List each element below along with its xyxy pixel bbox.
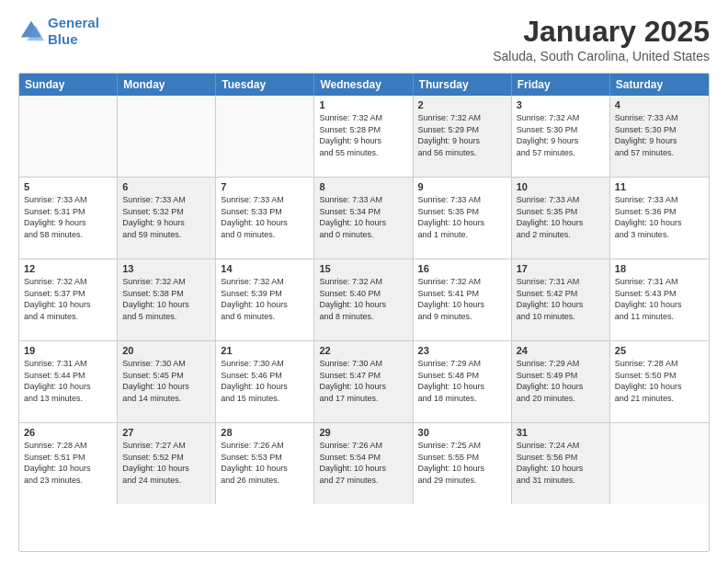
cal-cell-day-23: 23Sunrise: 7:29 AM Sunset: 5:48 PM Dayli…	[414, 341, 512, 422]
cal-cell-day-30: 30Sunrise: 7:25 AM Sunset: 5:55 PM Dayli…	[414, 423, 512, 504]
cell-info: Sunrise: 7:33 AM Sunset: 5:31 PM Dayligh…	[24, 194, 112, 240]
day-number: 1	[319, 99, 407, 110]
cell-info: Sunrise: 7:24 AM Sunset: 5:56 PM Dayligh…	[517, 440, 605, 486]
cal-cell-day-15: 15Sunrise: 7:32 AM Sunset: 5:40 PM Dayli…	[314, 259, 413, 340]
header: General Blue January 2025 Saluda, South …	[18, 15, 710, 63]
cell-info: Sunrise: 7:33 AM Sunset: 5:35 PM Dayligh…	[418, 194, 506, 240]
cal-cell-day-29: 29Sunrise: 7:26 AM Sunset: 5:54 PM Dayli…	[314, 423, 413, 504]
day-number: 15	[319, 263, 407, 274]
day-number: 27	[122, 427, 210, 438]
cell-info: Sunrise: 7:32 AM Sunset: 5:39 PM Dayligh…	[221, 276, 309, 322]
header-day-wednesday: Wednesday	[314, 74, 413, 96]
day-number: 7	[221, 181, 309, 192]
day-number: 19	[24, 345, 112, 356]
day-number: 5	[24, 181, 112, 192]
cell-info: Sunrise: 7:28 AM Sunset: 5:50 PM Dayligh…	[615, 358, 704, 404]
cal-cell-day-28: 28Sunrise: 7:26 AM Sunset: 5:53 PM Dayli…	[216, 423, 314, 504]
day-number: 21	[221, 345, 309, 356]
cell-info: Sunrise: 7:33 AM Sunset: 5:35 PM Dayligh…	[517, 194, 605, 240]
cell-info: Sunrise: 7:32 AM Sunset: 5:40 PM Dayligh…	[319, 276, 407, 322]
cell-info: Sunrise: 7:30 AM Sunset: 5:46 PM Dayligh…	[221, 358, 309, 404]
calendar-body: 1Sunrise: 7:32 AM Sunset: 5:28 PM Daylig…	[19, 96, 709, 504]
cal-cell-day-3: 3Sunrise: 7:32 AM Sunset: 5:30 PM Daylig…	[512, 96, 610, 177]
day-number: 6	[122, 181, 210, 192]
day-number: 8	[319, 181, 407, 192]
day-number: 10	[517, 181, 605, 192]
cal-cell-day-13: 13Sunrise: 7:32 AM Sunset: 5:38 PM Dayli…	[118, 259, 216, 340]
logo: General Blue	[18, 15, 99, 48]
header-day-sunday: Sunday	[19, 74, 118, 96]
cal-cell-day-31: 31Sunrise: 7:24 AM Sunset: 5:56 PM Dayli…	[512, 423, 610, 504]
cal-cell-day-21: 21Sunrise: 7:30 AM Sunset: 5:46 PM Dayli…	[216, 341, 314, 422]
cal-cell-day-27: 27Sunrise: 7:27 AM Sunset: 5:52 PM Dayli…	[118, 423, 216, 504]
day-number: 29	[319, 427, 407, 438]
cell-info: Sunrise: 7:26 AM Sunset: 5:54 PM Dayligh…	[319, 440, 407, 486]
cal-cell-day-12: 12Sunrise: 7:32 AM Sunset: 5:37 PM Dayli…	[19, 259, 118, 340]
day-number: 26	[24, 427, 112, 438]
cell-info: Sunrise: 7:33 AM Sunset: 5:34 PM Dayligh…	[319, 194, 407, 240]
cal-cell-empty	[19, 96, 118, 177]
cal-cell-empty	[610, 423, 709, 504]
day-number: 12	[24, 263, 112, 274]
month-year: January 2025	[493, 15, 710, 49]
header-day-saturday: Saturday	[610, 74, 709, 96]
cell-info: Sunrise: 7:31 AM Sunset: 5:43 PM Dayligh…	[615, 276, 704, 322]
day-number: 2	[418, 99, 506, 110]
calendar-row-1: 5Sunrise: 7:33 AM Sunset: 5:31 PM Daylig…	[19, 178, 709, 259]
day-number: 3	[517, 99, 605, 110]
cell-info: Sunrise: 7:26 AM Sunset: 5:53 PM Dayligh…	[221, 440, 309, 486]
cell-info: Sunrise: 7:33 AM Sunset: 5:36 PM Dayligh…	[615, 194, 704, 240]
header-day-monday: Monday	[118, 74, 216, 96]
day-number: 30	[418, 427, 506, 438]
cal-cell-day-11: 11Sunrise: 7:33 AM Sunset: 5:36 PM Dayli…	[610, 178, 709, 259]
cal-cell-day-24: 24Sunrise: 7:29 AM Sunset: 5:49 PM Dayli…	[512, 341, 610, 422]
cal-cell-day-4: 4Sunrise: 7:33 AM Sunset: 5:30 PM Daylig…	[610, 96, 709, 177]
cal-cell-day-20: 20Sunrise: 7:30 AM Sunset: 5:45 PM Dayli…	[118, 341, 216, 422]
cal-cell-day-2: 2Sunrise: 7:32 AM Sunset: 5:29 PM Daylig…	[414, 96, 512, 177]
calendar-row-4: 26Sunrise: 7:28 AM Sunset: 5:51 PM Dayli…	[19, 423, 709, 504]
logo-text: General Blue	[48, 15, 99, 48]
title-block: January 2025 Saluda, South Carolina, Uni…	[493, 15, 710, 63]
day-number: 25	[615, 345, 704, 356]
cell-info: Sunrise: 7:25 AM Sunset: 5:55 PM Dayligh…	[418, 440, 506, 486]
header-day-thursday: Thursday	[414, 74, 512, 96]
day-number: 16	[418, 263, 506, 274]
cal-cell-day-10: 10Sunrise: 7:33 AM Sunset: 5:35 PM Dayli…	[512, 178, 610, 259]
cal-cell-empty	[118, 96, 216, 177]
cell-info: Sunrise: 7:29 AM Sunset: 5:49 PM Dayligh…	[517, 358, 605, 404]
day-number: 11	[615, 181, 704, 192]
day-number: 14	[221, 263, 309, 274]
day-number: 24	[517, 345, 605, 356]
day-number: 31	[517, 427, 605, 438]
location: Saluda, South Carolina, United States	[493, 49, 710, 63]
cell-info: Sunrise: 7:29 AM Sunset: 5:48 PM Dayligh…	[418, 358, 506, 404]
cell-info: Sunrise: 7:32 AM Sunset: 5:41 PM Dayligh…	[418, 276, 506, 322]
calendar-row-2: 12Sunrise: 7:32 AM Sunset: 5:37 PM Dayli…	[19, 259, 709, 341]
cell-info: Sunrise: 7:30 AM Sunset: 5:47 PM Dayligh…	[319, 358, 407, 404]
cal-cell-day-7: 7Sunrise: 7:33 AM Sunset: 5:33 PM Daylig…	[216, 178, 314, 259]
cell-info: Sunrise: 7:32 AM Sunset: 5:29 PM Dayligh…	[418, 112, 506, 158]
cal-cell-day-25: 25Sunrise: 7:28 AM Sunset: 5:50 PM Dayli…	[610, 341, 709, 422]
cell-info: Sunrise: 7:27 AM Sunset: 5:52 PM Dayligh…	[122, 440, 210, 486]
header-day-tuesday: Tuesday	[216, 74, 314, 96]
day-number: 20	[122, 345, 210, 356]
cal-cell-empty	[216, 96, 314, 177]
cal-cell-day-9: 9Sunrise: 7:33 AM Sunset: 5:35 PM Daylig…	[414, 178, 512, 259]
cell-info: Sunrise: 7:28 AM Sunset: 5:51 PM Dayligh…	[24, 440, 112, 486]
cal-cell-day-22: 22Sunrise: 7:30 AM Sunset: 5:47 PM Dayli…	[314, 341, 413, 422]
logo-general: General	[48, 15, 99, 30]
cal-cell-day-17: 17Sunrise: 7:31 AM Sunset: 5:42 PM Dayli…	[512, 259, 610, 340]
day-number: 17	[517, 263, 605, 274]
cell-info: Sunrise: 7:32 AM Sunset: 5:30 PM Dayligh…	[517, 112, 605, 158]
cell-info: Sunrise: 7:32 AM Sunset: 5:28 PM Dayligh…	[319, 112, 407, 158]
calendar-header: SundayMondayTuesdayWednesdayThursdayFrid…	[19, 74, 709, 96]
cal-cell-day-8: 8Sunrise: 7:33 AM Sunset: 5:34 PM Daylig…	[314, 178, 413, 259]
day-number: 4	[615, 99, 704, 110]
calendar-row-3: 19Sunrise: 7:31 AM Sunset: 5:44 PM Dayli…	[19, 341, 709, 423]
day-number: 28	[221, 427, 309, 438]
cal-cell-day-5: 5Sunrise: 7:33 AM Sunset: 5:31 PM Daylig…	[19, 178, 118, 259]
cal-cell-day-1: 1Sunrise: 7:32 AM Sunset: 5:28 PM Daylig…	[314, 96, 413, 177]
page: General Blue January 2025 Saluda, South …	[0, 0, 728, 563]
cell-info: Sunrise: 7:33 AM Sunset: 5:33 PM Dayligh…	[221, 194, 309, 240]
cal-cell-day-19: 19Sunrise: 7:31 AM Sunset: 5:44 PM Dayli…	[19, 341, 118, 422]
